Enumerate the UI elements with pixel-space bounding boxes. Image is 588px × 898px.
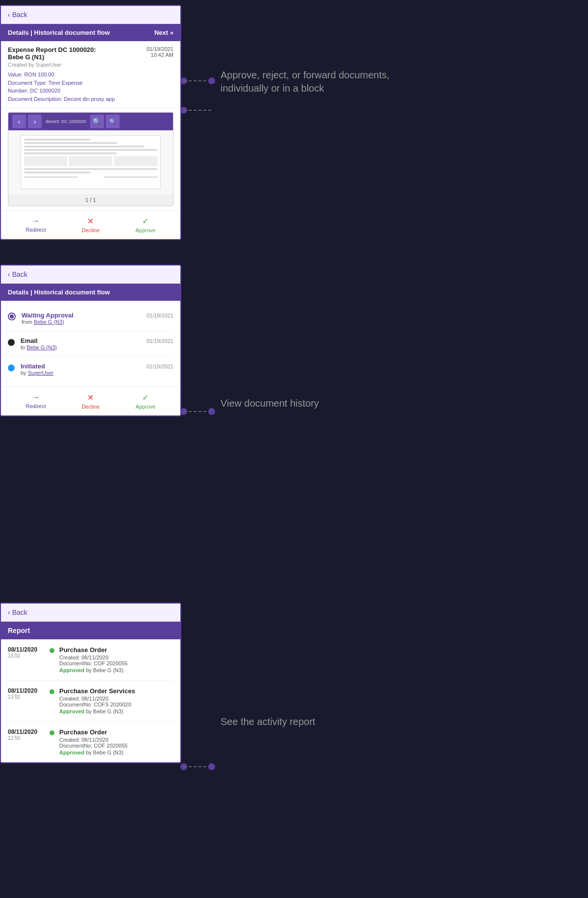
- action-bar-1: → Redirect ✕ Decline ✓ Approve: [1, 210, 180, 239]
- svg-point-5: [180, 408, 187, 415]
- report-dot-3: [49, 730, 54, 735]
- report-date-col-2: 08/11/2020 13:02: [8, 687, 45, 700]
- flow-date-waiting: 01/19/2021: [147, 313, 173, 318]
- approved-by-1: by Bebe G (N3): [86, 667, 123, 673]
- viewer-zoom-out-btn[interactable]: 🔍: [106, 115, 120, 128]
- viewer-content-1: [8, 130, 173, 194]
- svg-point-7: [208, 408, 215, 415]
- viewer-doc-label: desant: DC 1000020: [46, 119, 86, 124]
- panel-1: ‹ Back Details | Historical document flo…: [0, 5, 181, 240]
- viewer-zoom-in-btn[interactable]: 🔍: [90, 115, 104, 128]
- approve-icon-2: ✓: [142, 393, 148, 402]
- flow-title-waiting: Waiting Approval: [22, 312, 141, 319]
- header-bar-1: Details | Historical document flow Next …: [1, 24, 180, 41]
- svg-point-10: [208, 763, 215, 770]
- approve-label-1: Approve: [135, 227, 155, 233]
- flow-content-waiting: Waiting Approval from Bebe G (N3): [22, 312, 141, 325]
- viewer-prev-btn[interactable]: ‹: [12, 115, 26, 128]
- doc-info-1: Expense Report DC 1000020: Bebe G (N1) 0…: [1, 41, 180, 108]
- report-item-1: 08/11/2020 13:02 Purchase Order Created:…: [8, 639, 173, 680]
- decline-button-1[interactable]: ✕ Decline: [82, 217, 100, 233]
- report-created-3: Created: 08/11/2020: [59, 737, 173, 743]
- next-button-1[interactable]: Next »: [154, 29, 173, 36]
- report-docno-1: DocumentNo: COF 2020055: [59, 660, 173, 666]
- report-date-1: 08/11/2020: [8, 646, 45, 653]
- back-bar-1[interactable]: ‹ Back: [1, 6, 180, 24]
- report-content-2: Purchase Order Services Created: 08/11/2…: [59, 687, 173, 714]
- report-approved-2: Approved by Bebe G (N3): [59, 708, 173, 714]
- report-header: Report: [1, 622, 180, 639]
- decline-icon-2: ✕: [87, 393, 94, 402]
- viewer-doc-sim-1: [21, 135, 161, 189]
- report-time-1: 13:02: [8, 653, 45, 658]
- panel-3: ‹ Back Report 08/11/2020 13:02 Purchase …: [0, 603, 181, 763]
- back-bar-2[interactable]: ‹ Back: [1, 266, 180, 284]
- back-bar-3[interactable]: ‹ Back: [1, 604, 180, 622]
- flow-link-email[interactable]: Bebe G (N3): [26, 344, 57, 350]
- back-label-2: Back: [12, 270, 27, 278]
- doc-time-1: 10:42 AM: [147, 52, 173, 58]
- flow-title-email: Email: [21, 337, 141, 344]
- svg-point-0: [180, 77, 187, 84]
- back-label-3: Back: [12, 608, 27, 616]
- report-item-3: 08/11/2020 12:50 Purchase Order Created:…: [8, 722, 173, 762]
- report-dot-1: [49, 648, 54, 653]
- report-item-2: 08/11/2020 13:02 Purchase Order Services…: [8, 680, 173, 722]
- flow-sub-email: to Bebe G (N3): [21, 344, 141, 350]
- decline-label-1: Decline: [82, 227, 100, 233]
- header-bar-2: Details | Historical document flow: [1, 284, 180, 301]
- redirect-button-1[interactable]: → Redirect: [26, 217, 46, 233]
- redirect-button-2[interactable]: → Redirect: [26, 393, 46, 410]
- report-list: 08/11/2020 13:02 Purchase Order Created:…: [1, 639, 180, 762]
- approve-icon-1: ✓: [142, 217, 148, 226]
- redirect-label-1: Redirect: [26, 227, 46, 233]
- approve-button-2[interactable]: ✓ Approve: [135, 393, 155, 410]
- report-title-header: Report: [8, 627, 30, 634]
- report-date-3: 08/11/2020: [8, 728, 45, 735]
- viewer-next-btn[interactable]: ›: [28, 115, 42, 128]
- flow-link-waiting[interactable]: Bebe G (N3): [34, 319, 64, 325]
- report-title-3: Purchase Order: [59, 728, 173, 736]
- report-time-2: 13:02: [8, 694, 45, 700]
- flow-title-initiated: Initiated: [21, 363, 141, 370]
- flow-sub-waiting: from Bebe G (N3): [22, 319, 141, 325]
- doc-detail-number: Number: DC 1000020: [8, 87, 173, 95]
- annotation-text-3: See the activity report: [220, 715, 315, 728]
- decline-icon-1: ✕: [87, 217, 94, 226]
- redirect-icon-1: →: [32, 217, 40, 225]
- viewer-toolbar-1: ‹ › desant: DC 1000020 🔍 🔍: [8, 113, 173, 130]
- report-content-1: Purchase Order Created: 08/11/2020 Docum…: [59, 646, 173, 673]
- approved-by-2: by Bebe G (N3): [86, 708, 123, 714]
- action-bar-2: → Redirect ✕ Decline ✓ Approve: [1, 387, 180, 415]
- report-created-1: Created: 08/11/2020: [59, 655, 173, 660]
- doc-detail-value: Value: RON 100.00: [8, 71, 173, 79]
- report-approved-3: Approved by Bebe G (N3): [59, 750, 173, 755]
- report-date-2: 08/11/2020: [8, 687, 45, 694]
- back-arrow-icon-3: ‹: [8, 608, 10, 616]
- doc-details-1: Value: RON 100.00 Document Type: Time Ex…: [8, 71, 173, 103]
- doc-date-1: 01/19/2021: [147, 46, 173, 52]
- approved-word-1: Approved: [59, 667, 84, 673]
- report-content-3: Purchase Order Created: 08/11/2020 Docum…: [59, 728, 173, 755]
- panel-2: ‹ Back Details | Historical document flo…: [0, 265, 181, 416]
- back-arrow-icon-1: ‹: [8, 11, 10, 19]
- annotation-text-2: View document history: [220, 397, 319, 410]
- report-title-2: Purchase Order Services: [59, 687, 173, 695]
- doc-viewer-1: ‹ › desant: DC 1000020 🔍 🔍: [8, 112, 173, 206]
- flow-link-initiated[interactable]: SuperUser: [28, 370, 54, 376]
- report-docno-3: DocumentNo: COF 2020055: [59, 743, 173, 749]
- flow-item-waiting: Waiting Approval from Bebe G (N3) 01/19/…: [8, 306, 173, 331]
- doc-created-1: Created by SuperUser: [8, 62, 173, 68]
- flow-date-email: 01/19/2021: [147, 338, 173, 344]
- redirect-label-2: Redirect: [26, 403, 46, 409]
- flow-dot-waiting: [8, 313, 16, 320]
- flow-list-2: Waiting Approval from Bebe G (N3) 01/19/…: [1, 301, 180, 387]
- decline-button-2[interactable]: ✕ Decline: [82, 393, 100, 410]
- approve-button-1[interactable]: ✓ Approve: [135, 217, 155, 233]
- annotation-1: Approve, reject, or forward documents, i…: [220, 69, 397, 95]
- header-title-2: Details | Historical document flow: [8, 289, 110, 296]
- svg-point-8: [180, 763, 187, 770]
- viewer-pagination-1: 1 / 1: [8, 194, 173, 206]
- annotation-2: View document history: [220, 397, 319, 410]
- report-title-1: Purchase Order: [59, 646, 173, 654]
